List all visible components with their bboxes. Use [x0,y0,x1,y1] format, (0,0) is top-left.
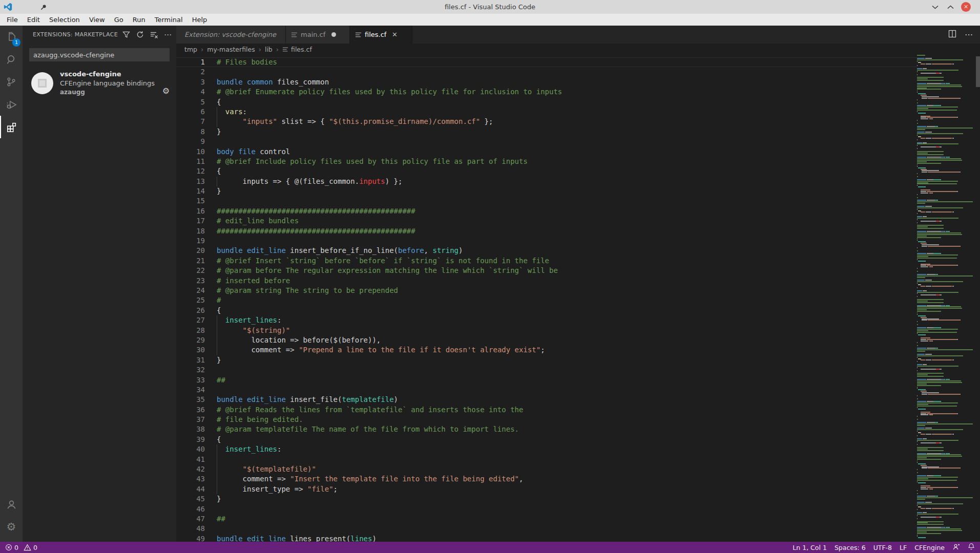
settings-gear-icon[interactable]: ⚙ [0,516,23,538]
extension-manage-gear-icon[interactable]: ⚙ [162,87,170,95]
code-line[interactable]: 10body file control [176,147,917,157]
code-line[interactable]: 44 insert_type => "file"; [176,484,917,494]
code-line[interactable]: 16######################################… [176,206,917,216]
minimap[interactable] [917,55,976,542]
code-line[interactable]: 26{ [176,306,917,315]
close-tab-icon[interactable]: ✕ [390,31,399,38]
code-line[interactable]: 5{ [176,97,917,107]
extensions-icon[interactable] [0,116,23,138]
menu-item-run[interactable]: Run [128,14,150,26]
minimize-button[interactable] [930,3,940,12]
code-line[interactable]: 32 [176,365,917,375]
tab-files-cf[interactable]: files.cf ✕ [350,26,412,44]
code-line[interactable]: 23# inserted before [176,276,917,286]
status-bar: 0 0 Ln 1, Col 1 Spaces: 6 UTF-8 LF CFEng… [0,542,980,553]
menu-item-go[interactable]: Go [110,14,128,26]
code-line[interactable]: 13 inputs => { @(files_common.inputs) }; [176,177,917,186]
source-control-icon[interactable] [0,71,23,93]
scrollbar-thumb[interactable] [976,56,980,87]
code-line[interactable]: 27 insert_lines: [176,315,917,325]
code-line[interactable]: 47## [176,514,917,524]
more-actions-icon[interactable]: ⋯ [163,30,172,39]
code-line[interactable]: 19 [176,236,917,246]
tab-main-cf[interactable]: main.cf [286,26,350,44]
code-line[interactable]: 45} [176,494,917,504]
code-line[interactable]: 11# @brief Include policy files used by … [176,157,917,166]
code-line[interactable]: 43 comment => "Insert the template file … [176,474,917,484]
menu-item-terminal[interactable]: Terminal [150,14,187,26]
code-line[interactable]: 49bundle edit_line lines_present(lines) [176,534,917,542]
menu-item-file[interactable]: File [2,14,23,26]
extensions-search-input[interactable] [29,48,170,61]
code-line[interactable]: 41 [176,455,917,464]
code-line[interactable]: 7 "inputs" slist => { "$(this.promise_di… [176,117,917,126]
account-icon[interactable] [0,493,23,516]
code-line[interactable]: 21# @brief Insert `string` before `befor… [176,256,917,266]
problems-indicator[interactable]: 0 0 [5,544,37,551]
code-line[interactable]: 2 [176,67,917,77]
code-line[interactable]: 8} [176,127,917,137]
line-number: 23 [176,276,205,286]
code-line[interactable]: 12{ [176,166,917,176]
menu-item-selection[interactable]: Selection [45,14,85,26]
code-line[interactable]: 29 location => before($(before)), [176,335,917,345]
refresh-icon[interactable] [136,30,144,39]
code-line[interactable]: 18######################################… [176,226,917,236]
code-line[interactable]: 3bundle common files_common [176,77,917,87]
code-line[interactable]: 39{ [176,435,917,444]
code-line[interactable]: 15 [176,196,917,206]
menu-item-help[interactable]: Help [187,14,212,26]
code-line[interactable]: 24# @param string The string to be prepe… [176,286,917,295]
breadcrumb-item-file[interactable]: files.cf [282,46,312,53]
extension-list-item[interactable]: vscode-cfengine CFEngine language bindin… [23,68,176,99]
menu-item-view[interactable]: View [85,14,110,26]
editor-more-actions-icon[interactable]: ⋯ [965,30,973,39]
code-line[interactable]: 4# @brief Enumerate policy files used by… [176,87,917,97]
code-line[interactable]: 20bundle edit_line insert_before_if_no_l… [176,246,917,256]
code-line[interactable]: 22# @param before The regular expression… [176,266,917,275]
encoding-setting[interactable]: UTF-8 [873,544,892,551]
chevron-right-icon: › [201,46,203,53]
code-line[interactable]: 17# edit_line bundles [176,216,917,226]
code-line[interactable]: 35bundle edit_line insert_file(templatef… [176,395,917,405]
breadcrumb-item-tmp[interactable]: tmp [184,46,197,53]
split-editor-icon[interactable] [948,30,956,40]
close-button[interactable]: ✕ [961,2,971,12]
code-line[interactable]: 9 [176,137,917,146]
code-line[interactable]: 6 vars: [176,107,917,117]
code-line[interactable]: 38# @param templatefile The name of the … [176,424,917,434]
language-mode[interactable]: CFEngine [914,544,945,551]
code-line[interactable]: 37# file being edited. [176,415,917,424]
code-line[interactable]: 36# @brief Reads the lines from `templat… [176,405,917,415]
search-icon[interactable] [0,48,23,71]
code-line[interactable]: 30 comment => "Prepend a line to the fil… [176,345,917,355]
code-line[interactable]: 31} [176,355,917,365]
code-line[interactable]: 33## [176,375,917,385]
run-debug-icon[interactable] [0,93,23,116]
maximize-button[interactable] [946,3,955,12]
indentation-setting[interactable]: Spaces: 6 [835,544,866,551]
editor-scrollbar[interactable] [976,55,980,542]
breadcrumb-item-my-masterfiles[interactable]: my-masterfiles [207,46,255,53]
code-line[interactable]: 46 [176,504,917,514]
code-line[interactable]: 40 insert_lines: [176,444,917,454]
eol-setting[interactable]: LF [900,544,907,551]
code-editor[interactable]: 1# Files bodies23bundle common files_com… [176,55,917,542]
modified-dot-icon[interactable] [331,32,336,37]
notifications-bell-icon[interactable] [968,543,975,552]
feedback-icon[interactable] [952,543,960,552]
explorer-icon[interactable]: 1 [0,26,23,48]
code-line[interactable]: 34 [176,385,917,395]
code-line[interactable]: 28 "$(string)" [176,326,917,335]
filter-icon[interactable] [122,30,131,39]
cursor-position[interactable]: Ln 1, Col 1 [793,544,827,551]
menu-item-edit[interactable]: Edit [23,14,45,26]
code-line[interactable]: 1# Files bodies [176,57,917,67]
breadcrumb-item-lib[interactable]: lib [265,46,273,53]
code-line[interactable]: 14} [176,186,917,196]
code-line[interactable]: 48 [176,524,917,534]
code-line[interactable]: 42 "$(templatefile)" [176,464,917,474]
code-line[interactable]: 25# [176,295,917,305]
tab-extension-vscode-cfengine[interactable]: Extension: vscode-cfengine [176,26,286,44]
clear-search-results-icon[interactable] [150,30,158,39]
